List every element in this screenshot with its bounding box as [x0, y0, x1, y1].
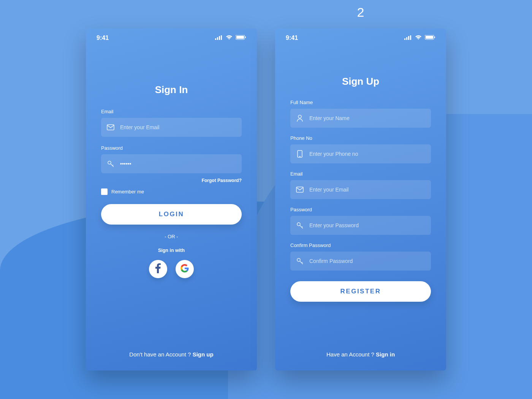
email-input[interactable] [309, 187, 426, 193]
signup-form: Full Name Phone No Email Password [275, 87, 446, 302]
signin-with-label: Sign in with [101, 248, 242, 253]
signin-form: Email Password Forgot Password? Remember… [86, 96, 257, 278]
envelope-icon [106, 123, 115, 131]
svg-rect-5 [236, 36, 244, 39]
svg-rect-2 [219, 36, 220, 40]
svg-rect-1 [217, 37, 218, 40]
signup-link[interactable]: Sign up [193, 351, 214, 358]
svg-rect-10 [406, 37, 407, 40]
status-time: 9:41 [97, 35, 109, 41]
svg-rect-14 [426, 36, 433, 39]
email-label: Email [101, 109, 242, 114]
remember-row: Remember me [101, 188, 242, 195]
password-input[interactable] [309, 222, 426, 228]
status-time: 9:41 [286, 35, 298, 41]
status-bar: 9:41 [86, 28, 257, 41]
screen-slot-signin: 9:41 Sign In Email Password [86, 28, 257, 370]
login-button[interactable]: LOGIN [101, 204, 242, 225]
password-label: Password [290, 207, 431, 212]
cellular-icon [404, 35, 412, 41]
facebook-button[interactable] [149, 260, 167, 278]
envelope-icon [296, 185, 304, 194]
cellular-icon [215, 35, 223, 41]
svg-point-16 [298, 115, 301, 118]
status-bar: 9:41 [275, 28, 446, 41]
fullname-label: Full Name [290, 100, 431, 105]
page-title: Sign In [86, 84, 257, 96]
remember-checkbox[interactable] [101, 188, 108, 195]
fullname-field-wrap [290, 109, 431, 128]
register-button[interactable]: REGISTER [290, 281, 431, 302]
key-icon [296, 221, 304, 230]
password-field-wrap [290, 216, 431, 235]
signin-screen: 9:41 Sign In Email Password [86, 28, 257, 370]
facebook-icon [155, 263, 161, 275]
battery-icon [236, 35, 246, 41]
svg-rect-11 [408, 36, 409, 40]
forgot-password-link[interactable]: Forgot Password? [202, 178, 242, 183]
confirm-password-input[interactable] [309, 258, 426, 264]
password-field-wrap [101, 154, 242, 173]
page-title: Sign Up [275, 76, 446, 87]
footer-link-row: Don't have an Account ? Sign up [86, 351, 257, 370]
svg-rect-6 [245, 36, 246, 38]
email-field-wrap [290, 180, 431, 199]
signin-link[interactable]: Sign in [376, 351, 395, 358]
user-icon [296, 114, 304, 122]
phone-field-wrap [290, 144, 431, 163]
svg-rect-3 [221, 35, 222, 40]
svg-point-8 [108, 161, 111, 164]
signup-screen: 9:41 Sign Up Full Name Phone No [275, 28, 446, 370]
email-input[interactable] [120, 124, 236, 130]
status-icons [404, 35, 435, 41]
wifi-icon [226, 35, 233, 41]
svg-rect-15 [434, 36, 435, 38]
phone-icon [296, 150, 304, 158]
battery-icon [425, 35, 435, 41]
footer-prefix: Don't have an Account ? [129, 351, 192, 358]
fullname-input[interactable] [309, 115, 426, 121]
forgot-row: Forgot Password? [101, 178, 242, 183]
svg-rect-0 [215, 38, 216, 40]
password-label: Password [101, 145, 242, 151]
footer-link-row: Have an Account ? Sign in [275, 351, 446, 370]
google-icon [180, 264, 189, 274]
phone-label: Phone No [290, 135, 431, 141]
remember-label: Remember me [111, 189, 144, 195]
password-input[interactable] [120, 161, 236, 167]
svg-point-20 [297, 223, 300, 226]
google-button[interactable] [176, 260, 194, 278]
screen-slot-signup: 2 9:41 Sign Up Full Name Phone No [275, 28, 446, 370]
wifi-icon [415, 35, 422, 41]
confirm-label: Confirm Password [290, 242, 431, 248]
svg-rect-12 [410, 35, 411, 40]
status-icons [215, 35, 246, 41]
stage: 9:41 Sign In Email Password [0, 0, 532, 399]
slot-number: 2 [357, 5, 364, 20]
email-label: Email [290, 171, 431, 177]
footer-prefix: Have an Account ? [326, 351, 376, 358]
key-icon [106, 160, 115, 168]
svg-point-21 [297, 258, 300, 261]
confirm-field-wrap [290, 252, 431, 271]
phone-input[interactable] [309, 151, 426, 157]
or-divider: - OR - [101, 234, 242, 239]
social-row [101, 260, 242, 278]
key-icon [296, 257, 304, 265]
email-field-wrap [101, 118, 242, 137]
svg-rect-9 [404, 38, 405, 40]
